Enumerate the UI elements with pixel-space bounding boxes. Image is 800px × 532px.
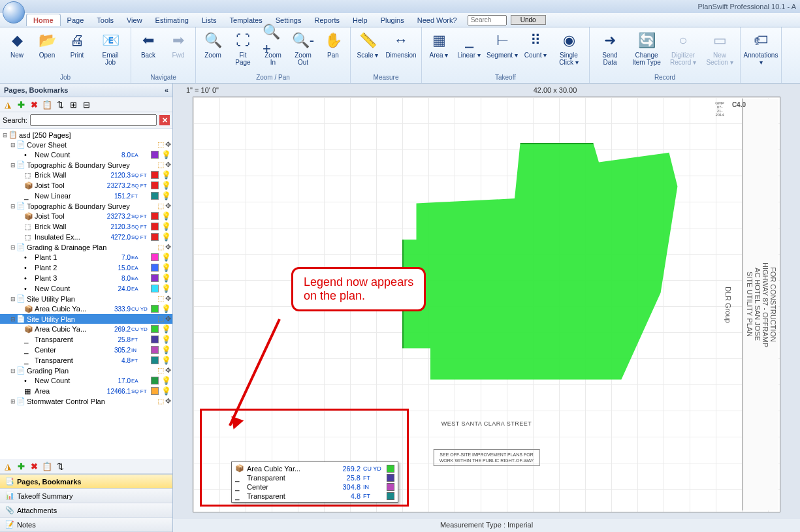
tree-node[interactable]: 📦Area Cubic Ya...269.2CU YD💡: [0, 324, 172, 334]
bulb-icon[interactable]: 💡: [161, 222, 171, 231]
color-swatch[interactable]: [151, 253, 159, 261]
tag-icon[interactable]: ⬚: [157, 366, 164, 375]
expand-toggle[interactable]: ⊟: [9, 162, 16, 168]
menu-tab-tools[interactable]: Tools: [90, 14, 120, 26]
ribbon-scale-[interactable]: 📏Scale ▾: [353, 29, 382, 60]
tree-node[interactable]: •New Count17.0EA💡: [0, 375, 172, 386]
color-swatch[interactable]: [151, 285, 159, 292]
delete2-icon[interactable]: ✖: [29, 461, 39, 471]
ribbon-zoom[interactable]: 🔍Zoom: [199, 29, 227, 60]
bulb-icon[interactable]: 💡: [161, 150, 171, 159]
menu-tab-help[interactable]: Help: [346, 14, 374, 26]
copy2-icon[interactable]: 📋: [42, 461, 52, 471]
tree-node[interactable]: ⊟📄Grading Plan⬚✥: [0, 366, 172, 375]
color-swatch[interactable]: [151, 356, 159, 364]
color-swatch[interactable]: [151, 346, 159, 354]
bulb-icon[interactable]: 💡: [161, 324, 171, 334]
tag-icon[interactable]: ⬚: [157, 315, 164, 323]
add-icon[interactable]: ✚: [16, 99, 26, 110]
color-swatch[interactable]: [151, 336, 159, 343]
expand-toggle[interactable]: ⊟: [9, 142, 16, 148]
grip-icon[interactable]: ✥: [165, 140, 171, 149]
ribbon-email-job[interactable]: 📧EmailJob: [93, 29, 128, 67]
color-swatch[interactable]: [151, 387, 159, 395]
menu-tab-reports[interactable]: Reports: [308, 14, 346, 26]
page-tree[interactable]: ⊟📋asd [250 Pages]⊟📄Cover Sheet⬚✥•New Cou…: [0, 129, 172, 459]
ribbon-segment-[interactable]: ⊢Segment ▾: [485, 29, 520, 60]
menu-tab-needwork[interactable]: Need Work?: [411, 14, 464, 26]
ribbon-linear-[interactable]: ⎯Linear ▾: [455, 29, 483, 60]
ribbon-single-click-[interactable]: ◉SingleClick ▾: [551, 29, 586, 67]
plan-viewport[interactable]: WEST SANTA CLARA STREET SEE OFF-SITE IMP…: [193, 97, 780, 512]
tree-node[interactable]: ⬚Brick Wall2120.3SQ FT💡: [0, 221, 172, 232]
bulb-icon[interactable]: 💡: [161, 253, 171, 262]
bulb-icon[interactable]: 💡: [161, 263, 171, 272]
ribbon-pan[interactable]: ✋Pan: [319, 29, 347, 60]
collapse-all-icon[interactable]: ⊟: [81, 99, 91, 110]
tree-node[interactable]: ⎯Transparent25.8FT💡: [0, 334, 172, 345]
menu-tab-home[interactable]: Home: [26, 14, 61, 26]
delete-icon[interactable]: ✖: [29, 99, 39, 110]
tree-node[interactable]: •New Count8.0EA💡: [0, 149, 172, 160]
sidebar-search-input[interactable]: [30, 114, 157, 126]
bulb-icon[interactable]: 💡: [161, 345, 171, 354]
menu-tab-plugins[interactable]: Plugins: [374, 14, 411, 26]
bulb-icon[interactable]: 💡: [161, 304, 171, 313]
tag-icon[interactable]: ⬚: [157, 243, 164, 251]
color-swatch[interactable]: [151, 171, 159, 179]
sort-icon[interactable]: ⇅: [55, 99, 65, 110]
menu-tab-lists[interactable]: Lists: [195, 14, 223, 26]
grip-icon[interactable]: ✥: [165, 202, 171, 210]
tag-icon[interactable]: ⬚: [157, 140, 164, 149]
sort2-icon[interactable]: ⇅: [55, 461, 65, 471]
color-swatch[interactable]: [151, 223, 159, 230]
tag-icon[interactable]: ⬚: [157, 161, 164, 169]
color-swatch[interactable]: [151, 233, 159, 241]
bulb-icon[interactable]: 💡: [161, 181, 171, 190]
ribbon-zoom-in[interactable]: 🔍+ZoomIn: [259, 29, 287, 67]
tree-node[interactable]: •Plant 215.0EA💡: [0, 262, 172, 273]
sidetab-pages-bookmarks[interactable]: 📑Pages, Bookmarks: [0, 475, 172, 489]
grip-icon[interactable]: ✥: [165, 161, 171, 169]
tree-node[interactable]: ⊟📄Topographic & Boundary Survey⬚✥: [0, 160, 172, 170]
ribbon-send-data[interactable]: ➜SendData: [592, 29, 628, 67]
bulb-icon[interactable]: 💡: [161, 335, 171, 344]
legend-row[interactable]: ⎯Center304.8IN: [233, 482, 396, 492]
color-swatch[interactable]: [151, 212, 159, 220]
tree-node[interactable]: •New Count24.0EA💡: [0, 283, 172, 294]
ribbon-fit-page[interactable]: ⛶FitPage: [229, 29, 257, 67]
color-swatch[interactable]: [151, 377, 159, 384]
expand-toggle[interactable]: ⊟: [9, 296, 16, 302]
tree-node[interactable]: ⊟📄Topographic & Boundary Survey⬚✥: [0, 201, 172, 211]
tree-node[interactable]: •Plant 38.0EA💡: [0, 273, 172, 283]
tree-node[interactable]: ⎯Transparent4.8FT💡: [0, 355, 172, 366]
tree-node[interactable]: ⎯New Linear151.2FT💡: [0, 191, 172, 201]
tag-icon[interactable]: ⬚: [157, 294, 164, 303]
add2-icon[interactable]: ✚: [16, 461, 26, 471]
menu-tab-page[interactable]: Page: [61, 14, 91, 26]
sidetab-attachments[interactable]: 📎Attachments: [0, 503, 172, 518]
bulb-icon[interactable]: 💡: [161, 191, 171, 200]
legend-row[interactable]: ⎯Transparent25.8FT: [233, 473, 396, 482]
ribbon-change-item-type[interactable]: 🔄ChangeItem Type: [629, 29, 664, 67]
color-swatch[interactable]: [151, 264, 159, 272]
bulb-icon[interactable]: 💡: [161, 356, 171, 365]
tree-node[interactable]: ⊟📋asd [250 Pages]: [0, 130, 172, 140]
expand-toggle[interactable]: ⊟: [9, 368, 16, 374]
color-swatch[interactable]: [151, 305, 159, 313]
bulb-icon[interactable]: 💡: [161, 232, 171, 242]
app-orb[interactable]: [3, 1, 25, 23]
ribbon-back[interactable]: ⬅Back: [134, 29, 163, 60]
bulb-icon[interactable]: 💡: [161, 386, 171, 396]
tree-node[interactable]: 📦Joist Tool23273.2SQ FT💡: [0, 180, 172, 191]
filter-icon[interactable]: ◮: [3, 99, 13, 110]
tree-node[interactable]: ⊟📄Site Utility Plan⬚✥: [0, 314, 172, 324]
ribbon-new[interactable]: ◆New: [3, 29, 31, 60]
sidetab-takeoff-summary[interactable]: 📊Takeoff Summary: [0, 489, 172, 503]
bulb-icon[interactable]: 💡: [161, 376, 171, 385]
legend-row[interactable]: 📦Area Cubic Yar...269.2CU YD: [233, 463, 396, 473]
tree-node[interactable]: •Plant 17.0EA💡: [0, 252, 172, 262]
tree-node[interactable]: ⬚Insulated Ex...4272.0SQ FT💡: [0, 232, 172, 242]
filter2-icon[interactable]: ◮: [3, 461, 13, 471]
tree-node[interactable]: ⊞📄Stormwater Control Plan⬚✥: [0, 396, 172, 406]
